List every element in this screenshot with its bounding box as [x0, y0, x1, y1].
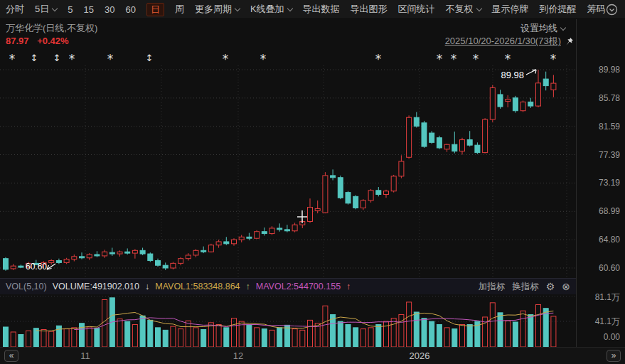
price-axis-label: 77.39 [599, 150, 620, 160]
volume-value: VOLUME:491902.010 [53, 282, 139, 291]
toolbar-item-9[interactable]: 更多周期 [195, 3, 240, 16]
toolbar-item-12[interactable]: 导出图形 [351, 3, 388, 16]
toolbar-item-15[interactable]: 显示停牌 [492, 3, 529, 16]
event-marker: * [451, 52, 457, 66]
toolbar-item-17[interactable]: 筹码 [587, 3, 606, 16]
toolbar-item-13[interactable]: 区间统计 [398, 3, 435, 16]
price-axis-label: 85.78 [599, 93, 620, 103]
toolbar-item-10[interactable]: K线叠加 [250, 3, 292, 16]
price-chart[interactable]: *↕↕**↕********60.6089.98 [0, 47, 576, 278]
event-marker: * [375, 52, 382, 66]
price-axis-label: 60.60 [599, 263, 620, 273]
period-toolbar-items: 分时5日5153060日周更多周期K线叠加导出数据导出图形区间统计不复权显示停牌… [6, 3, 606, 16]
mavol2-line [74, 313, 553, 329]
stock-price: 87.97 [6, 36, 29, 46]
chevron-down-icon [52, 5, 58, 11]
ma-settings-button[interactable]: 设置均线 [520, 22, 565, 35]
price-axis-label: 73.19 [599, 178, 620, 188]
low-annotation: 60.60 [26, 262, 47, 272]
high-annotation: 89.98 [501, 70, 524, 80]
chevron-down-icon [476, 5, 481, 11]
scroll-left-button[interactable]: « [4, 350, 18, 362]
scroll-right-button[interactable]: » [607, 350, 621, 362]
event-marker: * [9, 52, 16, 66]
pin-icon[interactable] [565, 37, 574, 46]
gear-icon[interactable]: ⚙ [546, 281, 555, 292]
event-marker: ↕ [53, 53, 61, 63]
toolbar-item-6[interactable]: 60 [125, 4, 135, 15]
toolbar-item-14[interactable]: 不复权 [446, 3, 481, 16]
stock-change: +0.42% [37, 36, 68, 46]
x-axis-label: 12 [233, 350, 243, 361]
price-axis-label: 89.98 [599, 65, 620, 75]
switch-indicator-button[interactable]: 换指标 [512, 281, 539, 293]
event-marker: * [260, 52, 267, 66]
price-axis: 89.9885.7881.5977.3973.1968.9964.8060.60… [576, 19, 625, 347]
volume-axis-label: 81.1万 [595, 291, 620, 304]
candles-layer [4, 70, 556, 271]
bottom-axis: « » 11122026 [0, 347, 625, 364]
volume-chart[interactable] [0, 294, 576, 347]
date-range-row: 2025/10/20-2026/1/30(73根) [445, 35, 574, 48]
volume-direction-arrow: ↓ [145, 282, 149, 291]
toolbar-item-3[interactable]: 5 [68, 4, 73, 15]
toolbar-item-5[interactable]: 30 [105, 4, 114, 15]
stock-title: 万华化学(日线,不复权) [6, 22, 97, 35]
event-marker: ↕ [146, 53, 154, 63]
toolbar-item-16[interactable]: 到价提醒 [540, 3, 577, 16]
volume-header: VOL(5,10) VOLUME:491902.010 ↓ MAVOL1:583… [0, 278, 576, 294]
event-marker: * [473, 52, 479, 66]
event-marker: * [437, 52, 443, 66]
x-axis-label: 11 [80, 350, 90, 361]
volume-axis-label: 0.00 [604, 332, 620, 342]
date-range-link[interactable]: 2025/10/20-2026/1/30(73根) [445, 35, 561, 48]
toolbar-item-4[interactable]: 15 [83, 4, 93, 15]
chevron-down-icon [235, 5, 240, 11]
add-indicator-button[interactable]: 加指标 [479, 281, 506, 293]
stock-chart-app: 分时5日5153060日周更多周期K线叠加导出数据导出图形区间统计不复权显示停牌… [0, 0, 625, 364]
price-axis-label: 81.59 [599, 122, 620, 132]
volume-axis-label: 41.1万 [595, 316, 620, 328]
event-marker: * [69, 52, 75, 66]
event-marker: ↕ [31, 53, 38, 63]
volume-values: VOL(5,10) VOLUME:491902.010 ↓ MAVOL1:583… [6, 282, 351, 291]
x-axis-label: 2026 [410, 350, 430, 361]
toolbar-item-7[interactable]: 日 [146, 3, 164, 16]
event-marker: * [505, 52, 511, 66]
mavol2-direction-arrow: ↑ [346, 282, 351, 291]
price-axis-label: 64.80 [599, 235, 620, 245]
toolbar-item-11[interactable]: 导出数据 [303, 3, 340, 16]
mavol1-direction-arrow: ↑ [246, 282, 250, 291]
vol-indicator-label[interactable]: VOL(5,10) [6, 282, 47, 291]
price-change-row: 87.97 +0.42% [6, 36, 69, 46]
price-axis-label: 68.99 [599, 206, 620, 216]
top-toolbar: 分时5日5153060日周更多周期K线叠加导出数据导出图形区间统计不复权显示停牌… [0, 0, 625, 19]
toolbar-item-1[interactable]: 分时 [6, 3, 24, 16]
circle-chevron-down-icon[interactable] [606, 4, 618, 16]
toolbar-item-2[interactable]: 5日 [35, 3, 57, 16]
event-marker: * [107, 52, 114, 66]
chevron-down-icon [287, 5, 292, 11]
mavol2-value: MAVOL2:544700.155 [256, 282, 341, 291]
close-icon[interactable]: ⊗ [562, 281, 570, 292]
chevron-down-icon [560, 24, 566, 30]
event-marker: * [223, 52, 229, 66]
toolbar-icons [606, 4, 625, 16]
event-marker: * [550, 52, 557, 66]
toolbar-item-8[interactable]: 周 [175, 3, 184, 16]
mavol1-value: MAVOL1:583348.864 [155, 282, 240, 291]
